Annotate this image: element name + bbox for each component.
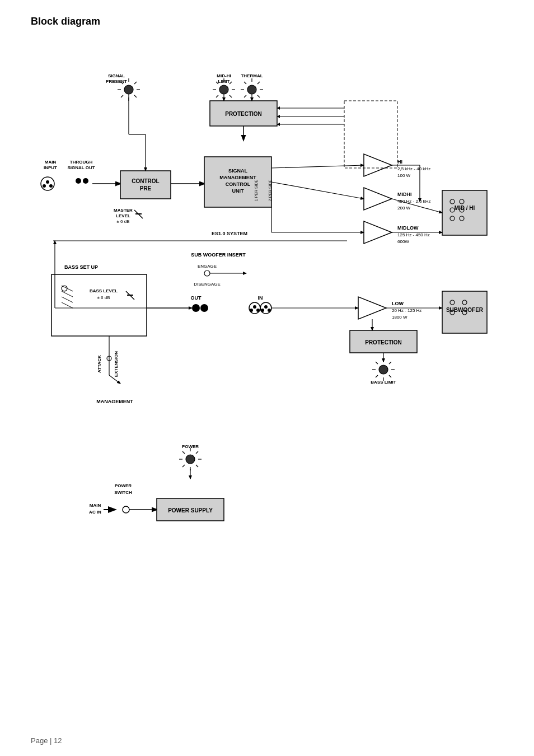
svg-text:MAIN: MAIN <box>90 503 101 508</box>
svg-point-131 <box>62 286 67 291</box>
svg-text:1800 W: 1800 W <box>392 315 407 320</box>
svg-text:THROUGH: THROUGH <box>70 160 93 165</box>
svg-text:MID-HI: MID-HI <box>217 73 231 78</box>
svg-point-119 <box>261 309 264 312</box>
svg-text:MIDHI: MIDHI <box>397 192 412 197</box>
svg-point-184 <box>123 506 129 513</box>
svg-point-115 <box>250 309 253 312</box>
svg-text:POWER SUPPLY: POWER SUPPLY <box>168 507 213 514</box>
svg-rect-126 <box>51 274 147 336</box>
svg-line-171 <box>196 465 198 467</box>
svg-marker-137 <box>358 297 386 319</box>
svg-line-78 <box>271 165 364 168</box>
svg-line-6 <box>121 95 123 97</box>
svg-text:THERMAL: THERMAL <box>241 73 263 78</box>
svg-point-111 <box>200 304 208 312</box>
svg-text:SUB WOOFER INSERT: SUB WOOFER INSERT <box>191 252 246 258</box>
svg-text:125 Hz - 450 Hz: 125 Hz - 450 Hz <box>397 232 430 237</box>
svg-line-129 <box>62 297 73 302</box>
svg-text:MID / HI: MID / HI <box>455 205 475 211</box>
svg-point-19 <box>219 85 228 94</box>
svg-line-155 <box>376 362 378 364</box>
svg-text:BASS SET UP: BASS SET UP <box>64 264 98 270</box>
svg-text:SIGNAL: SIGNAL <box>228 168 248 174</box>
svg-point-176 <box>186 455 195 464</box>
svg-text:200 W: 200 W <box>397 206 411 211</box>
svg-text:20 Hz - 125 Hz: 20 Hz - 125 Hz <box>392 308 421 313</box>
svg-text:± 6 dB: ± 6 dB <box>116 219 129 224</box>
svg-point-52 <box>76 178 81 184</box>
svg-point-30 <box>247 85 256 94</box>
svg-point-159 <box>379 365 388 374</box>
svg-text:100 W: 100 W <box>397 173 411 178</box>
page-number: Page | 12 <box>31 736 62 745</box>
svg-text:SIGNAL OUT: SIGNAL OUT <box>67 165 95 170</box>
svg-line-172 <box>182 451 185 454</box>
block-diagram: SIGNAL PRESENT MID-HI LIMIT THERMAL PROT… <box>17 34 521 722</box>
svg-line-152 <box>389 362 391 364</box>
svg-point-106 <box>204 270 210 276</box>
svg-text:SIGNAL: SIGNAL <box>108 73 125 78</box>
svg-text:PROTECTION: PROTECTION <box>225 111 262 117</box>
svg-marker-89 <box>364 188 392 210</box>
svg-text:600W: 600W <box>397 239 409 244</box>
svg-text:MAIN: MAIN <box>45 160 57 165</box>
svg-marker-74 <box>364 154 392 176</box>
svg-line-93 <box>271 182 364 199</box>
svg-text:LEVEL: LEVEL <box>116 213 130 218</box>
svg-line-23 <box>257 82 260 84</box>
svg-line-17 <box>216 95 218 97</box>
svg-text:OUT: OUT <box>191 295 202 301</box>
svg-line-169 <box>196 451 198 454</box>
svg-text:EXTENSION: EXTENSION <box>114 351 119 377</box>
svg-text:ATTACK: ATTACK <box>97 355 102 373</box>
svg-text:POWER: POWER <box>115 483 132 488</box>
svg-rect-81 <box>442 190 487 235</box>
svg-text:MIDLOW: MIDLOW <box>397 225 419 231</box>
svg-point-110 <box>192 304 200 312</box>
svg-text:MANAGEMENT: MANAGEMENT <box>96 399 133 404</box>
svg-text:1 PER SIDE: 1 PER SIDE <box>254 179 258 201</box>
svg-line-14 <box>229 95 232 97</box>
svg-text:MANAGEMENT: MANAGEMENT <box>219 175 256 180</box>
svg-line-12 <box>229 82 232 84</box>
svg-rect-55 <box>120 171 171 199</box>
svg-point-51 <box>49 184 53 188</box>
svg-line-157 <box>376 375 378 377</box>
svg-rect-36 <box>344 101 397 168</box>
svg-text:450 Hz - 2,5 kHz: 450 Hz - 2,5 kHz <box>397 199 431 204</box>
svg-line-128 <box>62 291 73 297</box>
svg-line-3 <box>134 95 137 97</box>
page-title: Block diagram <box>31 16 100 27</box>
svg-line-26 <box>244 82 246 84</box>
svg-text:CONTROL: CONTROL <box>132 178 159 184</box>
svg-marker-97 <box>364 221 392 244</box>
svg-line-174 <box>182 465 185 467</box>
svg-point-49 <box>46 180 49 184</box>
svg-text:2 PER SIDE: 2 PER SIDE <box>268 179 272 201</box>
svg-line-25 <box>257 95 260 97</box>
svg-text:UNIT: UNIT <box>232 188 244 194</box>
svg-text:LOW: LOW <box>392 301 404 306</box>
svg-line-1 <box>134 82 137 84</box>
svg-text:PRESENT: PRESENT <box>106 79 127 84</box>
svg-point-120 <box>268 309 271 312</box>
svg-line-154 <box>389 375 391 377</box>
svg-text:ENGAGE: ENGAGE <box>198 264 217 269</box>
svg-text:POWER: POWER <box>182 444 199 449</box>
svg-point-114 <box>253 305 256 309</box>
svg-point-118 <box>264 305 268 309</box>
svg-text:BASS LEVEL: BASS LEVEL <box>90 288 118 293</box>
svg-text:LIMIT: LIMIT <box>218 79 230 84</box>
svg-text:ES1.0 SYSTEM: ES1.0 SYSTEM <box>212 231 247 236</box>
svg-text:INPUT: INPUT <box>44 165 57 170</box>
svg-text:MASTER: MASTER <box>114 208 133 213</box>
svg-point-116 <box>256 309 260 312</box>
svg-text:CONTROL: CONTROL <box>226 181 251 187</box>
svg-text:DISENGAGE: DISENGAGE <box>194 282 221 287</box>
svg-point-53 <box>83 178 88 184</box>
svg-text:BASS LIMIT: BASS LIMIT <box>371 380 396 385</box>
svg-point-8 <box>124 85 133 94</box>
svg-text:IN: IN <box>258 295 263 301</box>
svg-text:PRE: PRE <box>140 185 152 192</box>
